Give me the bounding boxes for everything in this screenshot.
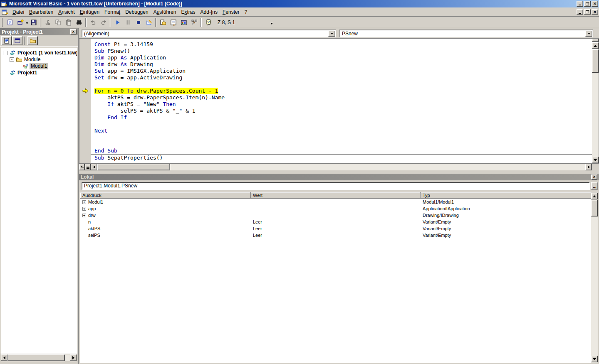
save-button[interactable] (28, 17, 39, 27)
locals-row-app[interactable]: +appApplication/IApplication (80, 205, 591, 212)
menu-add-ins[interactable]: Add-Ins (198, 8, 220, 16)
run-button[interactable] (112, 17, 123, 27)
code-editor[interactable]: Const Pi = 3.14159Sub PSnew()Dim app As … (79, 38, 599, 164)
code-line[interactable]: Sub PSnew() (91, 48, 592, 54)
properties-window-button[interactable] (168, 17, 178, 27)
project-panel-close-button[interactable]: × (70, 29, 77, 34)
code-line[interactable]: Set app = IMSIGX.Application (91, 68, 592, 74)
scroll-right-button[interactable] (70, 354, 77, 361)
locals-row-selps[interactable]: selPSLeerVariant/Empty (80, 232, 591, 239)
locals-vertical-scrollbar[interactable] (591, 192, 598, 363)
toolbar-grip[interactable] (2, 18, 3, 27)
code-line[interactable]: For n = 0 To drw.PaperSpaces.Count - 1 (91, 88, 592, 94)
tree-expander-icon[interactable]: - (10, 57, 14, 62)
scroll-down-button[interactable] (591, 356, 598, 362)
code-line[interactable]: Dim app As Application (91, 54, 592, 61)
project-explorer-button[interactable] (158, 17, 168, 27)
tree-item-module[interactable]: -Module (1, 56, 77, 63)
code-line[interactable]: If aktPS = "New" Then (91, 101, 592, 108)
close-button[interactable]: × (592, 1, 598, 7)
view-object-button[interactable] (12, 36, 22, 45)
column-header-wert[interactable]: Wert (251, 192, 421, 198)
code-line[interactable]: selPS = aktPS & "_" & 1 (91, 108, 592, 114)
menu-ansicht[interactable]: Ansicht (56, 8, 77, 16)
locals-row-modul1[interactable]: +Modul1Modul1/Modul1 (80, 199, 591, 205)
child-window-icon[interactable] (2, 9, 8, 15)
code-horizontal-scrollbar[interactable] (79, 164, 599, 170)
find-button[interactable] (74, 17, 84, 27)
locals-panel-titlebar[interactable]: Lokal × (79, 174, 599, 180)
app-icon[interactable] (1, 0, 7, 7)
menu-datei[interactable]: Datei (10, 8, 27, 16)
scrollbar-track[interactable] (65, 354, 70, 361)
code-line[interactable]: Sub SepatProperties() (91, 154, 592, 161)
object-dropdown[interactable]: (Allgemein) (82, 30, 336, 37)
menu-fenster[interactable]: Fenster (220, 8, 242, 16)
column-header-ausdruck[interactable]: Ausdruck (80, 192, 251, 198)
code-text-area[interactable]: Const Pi = 3.14159Sub PSnew()Dim app As … (91, 39, 592, 163)
reset-button[interactable] (133, 17, 144, 27)
code-line[interactable] (91, 121, 592, 128)
scrollbar-thumb[interactable] (591, 200, 598, 216)
menu-einfuegen[interactable]: Einfügen (77, 8, 102, 16)
help-button[interactable]: ? (203, 17, 213, 27)
toolbox-button[interactable] (189, 17, 199, 27)
code-line[interactable]: Next (91, 128, 592, 134)
toolbar-overflow-button[interactable] (270, 20, 273, 25)
minimize-button[interactable] (577, 1, 583, 7)
insert-userform-button[interactable] (15, 17, 25, 27)
tree-item-projekt1[interactable]: Projekt1 (1, 69, 77, 76)
scroll-down-button[interactable] (592, 157, 599, 163)
procedure-dropdown[interactable]: PSnew (339, 30, 593, 37)
column-header-typ[interactable]: Typ (421, 192, 591, 198)
dropdown-button[interactable] (328, 30, 335, 37)
scroll-left-button[interactable] (91, 164, 97, 170)
project-horizontal-scrollbar[interactable] (1, 354, 77, 361)
child-restore-button[interactable] (584, 9, 591, 15)
child-minimize-button[interactable] (577, 9, 583, 15)
code-line[interactable]: aktPS = drw.PaperSpaces.Item(n).Name (91, 94, 592, 101)
code-line[interactable]: End Sub (91, 148, 592, 154)
view-code-button[interactable] (1, 36, 12, 45)
toggle-folders-button[interactable] (27, 36, 38, 45)
locals-row-aktps[interactable]: aktPSLeerVariant/Empty (80, 225, 591, 232)
project-panel-titlebar[interactable]: Projekt - Project1 × (0, 28, 78, 35)
scrollbar-thumb[interactable] (592, 49, 599, 73)
procedure-view-button[interactable] (79, 164, 85, 170)
scroll-up-button[interactable] (591, 193, 598, 199)
expand-icon[interactable]: + (82, 207, 86, 211)
scroll-up-button[interactable] (592, 42, 599, 49)
menu-extras[interactable]: Extras (178, 8, 198, 16)
menu-debuggen[interactable]: Debuggen (123, 8, 151, 16)
code-vertical-scrollbar[interactable] (592, 39, 599, 163)
margin-indicator-bar[interactable] (79, 39, 91, 163)
scroll-right-button[interactable] (585, 164, 592, 170)
child-close-button[interactable]: × (592, 9, 598, 15)
menu-hilfe[interactable]: ? (242, 8, 250, 16)
scroll-left-button[interactable] (1, 354, 7, 361)
view-host-app-button[interactable] (5, 17, 15, 27)
restore-button[interactable] (584, 1, 591, 7)
tree-item-project1[interactable]: -Project1 (1 von test1.tcw) (1, 49, 77, 56)
code-line[interactable]: Const Pi = 3.14159 (91, 41, 592, 48)
locals-row-drw[interactable]: +drwDrawing/IDrawing (80, 212, 591, 219)
locals-panel-close-button[interactable]: × (591, 175, 597, 180)
code-line[interactable] (91, 134, 592, 141)
menu-format[interactable]: Format (102, 8, 123, 16)
code-line[interactable] (91, 81, 592, 88)
dropdown-button[interactable] (585, 30, 592, 37)
menu-bearbeiten[interactable]: Bearbeiten (27, 8, 56, 16)
tree-item-modul1[interactable]: Modul1 (1, 63, 77, 69)
menu-ausfuehren[interactable]: Ausführen (151, 8, 179, 16)
expand-icon[interactable]: + (82, 200, 86, 204)
split-handle[interactable] (592, 39, 599, 42)
code-line[interactable]: Dim drw As Drawing (91, 61, 592, 68)
code-line[interactable]: End If (91, 114, 592, 121)
expand-icon[interactable]: + (82, 214, 86, 217)
tree-expander-icon[interactable]: - (3, 51, 7, 55)
call-stack-button[interactable]: ... (591, 182, 598, 189)
full-module-view-button[interactable] (85, 164, 91, 170)
scrollbar-track[interactable] (170, 164, 585, 170)
code-line[interactable]: Set drw = app.ActiveDrawing (91, 74, 592, 81)
design-mode-button[interactable] (144, 17, 154, 27)
